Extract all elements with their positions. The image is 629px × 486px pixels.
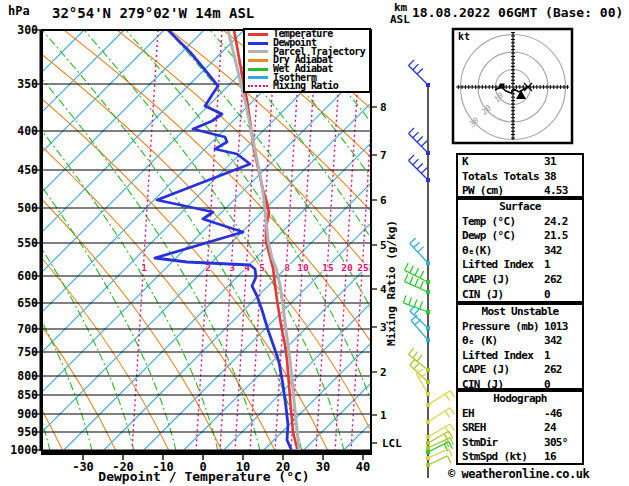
- hodograph-unit-label: kt: [458, 31, 470, 42]
- mixing-ratio-line: [351, 30, 377, 451]
- barb-feather: [448, 456, 451, 463]
- copyright-text: © weatheronline.co.uk: [448, 467, 589, 481]
- barb-feather: [445, 411, 449, 418]
- table-row-label: CAPE (J): [462, 363, 509, 376]
- wind-barb: [409, 348, 431, 372]
- table-row: Lifted Index1: [458, 349, 582, 364]
- table-box-most-unstable: Most UnstablePressure (mb)1013θₑ (K)342L…: [456, 303, 584, 390]
- mixing-ratio-value-label: 20: [341, 262, 353, 273]
- barb-feather: [409, 348, 414, 354]
- dry-adiabat-line: [0, 30, 328, 451]
- table-row-value: 1013: [544, 320, 568, 335]
- barb-feather: [421, 168, 427, 174]
- barb-station-dot: [426, 450, 430, 454]
- barb-feather: [418, 247, 424, 252]
- barb-feather: [420, 301, 423, 309]
- barb-feather: [417, 68, 423, 74]
- table-row-value: 342: [544, 244, 562, 259]
- table-row: Dewp (°C)21.5: [458, 229, 582, 244]
- barb-station-dot: [426, 290, 430, 294]
- mixing-ratio-value-label: 15: [322, 262, 334, 273]
- wind-barb: [426, 408, 454, 424]
- barb-feather: [420, 281, 423, 288]
- table-row-label: CAPE (J): [462, 273, 509, 286]
- mixing-ratio-swatch: [248, 85, 268, 87]
- barb-station-dot: [426, 338, 430, 342]
- pressure-tick-label: 350: [17, 77, 38, 91]
- table-row-value: 24: [544, 421, 556, 436]
- barb-staff: [428, 408, 450, 422]
- barb-feather: [417, 163, 423, 169]
- barb-feather: [414, 309, 419, 315]
- barb-feather: [421, 141, 427, 147]
- dry-adiabat-swatch: [248, 59, 268, 62]
- temp-tick-label: -30: [72, 460, 94, 474]
- table-row-value: 16: [544, 450, 556, 465]
- pressure-unit-label: hPa: [8, 4, 30, 18]
- barb-station-dot: [426, 435, 430, 439]
- barb-feather: [449, 449, 452, 456]
- barb-station-dot: [426, 280, 430, 284]
- table-row: StmSpd (kt)16: [458, 450, 582, 465]
- barb-feather: [414, 242, 420, 247]
- barb-station-dot: [426, 83, 430, 87]
- barb-feather: [410, 238, 416, 243]
- wind-barb: [409, 155, 431, 182]
- barb-feather: [450, 424, 454, 431]
- km-tick-label: 8: [380, 101, 387, 114]
- table-row: K31: [458, 155, 582, 170]
- legend: TemperatureDewpointParcel TrajectoryDry …: [243, 28, 371, 93]
- barb-station-dot: [426, 456, 430, 460]
- barb-feather: [415, 279, 418, 286]
- temp-tick-label: 40: [356, 460, 370, 474]
- pressure-tick-label: 550: [17, 236, 38, 250]
- barb-feather: [414, 363, 419, 369]
- barb-feather: [410, 266, 414, 273]
- barb-station-dot: [426, 441, 430, 445]
- temp-axis-label: Dewpoint / Temperature (°C): [98, 469, 309, 484]
- pressure-tick-label: 750: [17, 345, 38, 359]
- datetime-title: 18.08.2022 06GMT (Base: 00): [412, 5, 623, 20]
- barb-feather: [415, 268, 419, 275]
- table-row-value: 31: [544, 155, 556, 170]
- wet-adiabat-swatch: [248, 68, 268, 71]
- pressure-tick-label: 400: [17, 124, 38, 138]
- barb-station-dot: [426, 392, 430, 396]
- pressure-tick-label: 650: [17, 296, 38, 310]
- barb-station-dot: [426, 420, 430, 424]
- barb-staff: [428, 391, 450, 405]
- km-tick-label: 7: [380, 149, 387, 162]
- table-row-label: θₑ(K): [462, 244, 492, 257]
- table-row: Totals Totals38: [458, 170, 582, 185]
- table-row-value: -46: [544, 407, 562, 422]
- table-row-value: 342: [544, 334, 562, 349]
- barb-feather: [415, 320, 421, 325]
- barb-feather: [409, 297, 412, 305]
- barb-feather: [450, 438, 453, 445]
- table-row: Lifted Index1: [458, 258, 582, 273]
- barb-feather: [445, 394, 449, 401]
- pressure-tick-label: 700: [17, 322, 38, 336]
- barb-station-dot: [426, 446, 430, 450]
- table-row-value: 38: [544, 170, 556, 185]
- table-row: Temp (°C)24.2: [458, 215, 582, 230]
- table-row: CAPE (J)262: [458, 363, 582, 378]
- isotherm-line: [0, 30, 324, 451]
- pressure-tick-label: 450: [17, 163, 38, 177]
- barb-staff: [409, 66, 429, 86]
- barb-feather: [403, 295, 406, 303]
- barb-station-dot: [426, 178, 430, 182]
- barb-staff: [410, 244, 428, 264]
- pressure-tick-label: 800: [17, 369, 38, 383]
- table-row-label: StmSpd (kt): [462, 450, 527, 463]
- hodograph: 102030: [453, 29, 572, 143]
- table-row-value: 21.5: [544, 229, 568, 244]
- table-row-value: 24.2: [544, 215, 568, 230]
- km-tick-label: 2: [380, 366, 387, 379]
- table-row-label: Pressure (mb): [462, 320, 539, 333]
- table-row-label: CIN (J): [462, 288, 503, 301]
- barb-feather: [450, 391, 454, 398]
- pressure-tick-label: 500: [17, 201, 38, 215]
- barb-station-dot: [426, 380, 430, 384]
- station-title: 32°54'N 279°02'W 14m ASL: [52, 5, 254, 21]
